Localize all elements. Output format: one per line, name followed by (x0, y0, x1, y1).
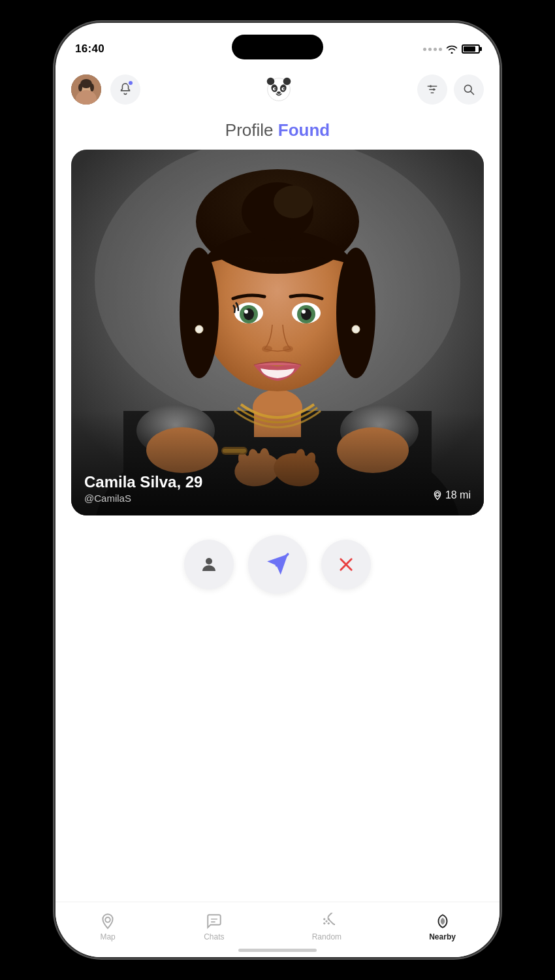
svg-point-43 (336, 248, 375, 378)
search-button[interactable] (454, 74, 484, 105)
search-icon (462, 83, 475, 96)
svg-point-45 (274, 186, 313, 218)
profile-name: Camila Silva, 29 (84, 473, 202, 491)
filter-button[interactable] (417, 74, 447, 105)
nav-item-chats[interactable]: Chats (193, 910, 234, 944)
user-avatar[interactable] (71, 74, 101, 105)
svg-point-14 (283, 88, 285, 90)
svg-point-4 (78, 84, 82, 91)
app-logo (262, 73, 295, 106)
battery-icon (462, 44, 480, 54)
close-button[interactable] (321, 540, 371, 589)
svg-point-72 (326, 920, 328, 922)
notification-button[interactable] (110, 74, 140, 105)
filter-icon (426, 83, 439, 96)
svg-point-8 (283, 78, 291, 86)
phone-frame: 16:40 (0, 0, 555, 980)
photo-overlay: Camila Silva, 29 @CamilaS 18 mi (71, 411, 484, 515)
section-title: Profile Found (56, 114, 500, 150)
nav-item-nearby[interactable]: Nearby (419, 910, 466, 944)
send-icon (265, 552, 290, 577)
profile-photo: Camila Silva, 29 @CamilaS 18 mi (71, 150, 484, 515)
svg-point-7 (267, 78, 275, 86)
status-icons (423, 44, 480, 54)
svg-point-70 (324, 923, 326, 924)
nav-item-random[interactable]: Random (302, 910, 352, 944)
view-profile-button[interactable] (184, 540, 234, 589)
header (56, 65, 500, 114)
svg-point-42 (180, 248, 219, 378)
header-left (71, 74, 140, 105)
svg-point-19 (430, 85, 432, 87)
nearby-nav-icon (434, 913, 451, 930)
home-indicator (238, 949, 317, 952)
nav-item-map[interactable]: Map (89, 910, 127, 944)
svg-point-56 (195, 325, 203, 333)
person-icon (199, 555, 219, 574)
svg-point-64 (105, 917, 110, 923)
profile-card[interactable]: Camila Silva, 29 @CamilaS 18 mi (71, 150, 484, 515)
status-time: 16:40 (75, 42, 104, 56)
section-title-accent: Found (278, 120, 330, 140)
close-icon (337, 555, 355, 574)
signal-icon (423, 48, 442, 51)
svg-line-22 (471, 91, 474, 95)
svg-point-15 (277, 91, 281, 94)
send-button[interactable] (248, 535, 307, 594)
svg-point-54 (262, 346, 272, 352)
svg-point-20 (433, 88, 435, 90)
header-right (417, 74, 484, 105)
svg-point-69 (328, 918, 330, 920)
svg-point-71 (328, 923, 330, 924)
random-nav-label: Random (312, 932, 341, 941)
svg-point-49 (244, 310, 248, 314)
wifi-icon (446, 44, 458, 54)
svg-point-13 (274, 88, 276, 90)
nearby-nav-label: Nearby (429, 932, 456, 941)
svg-point-60 (436, 493, 439, 496)
dynamic-island (232, 35, 323, 59)
section-title-normal: Profile (225, 120, 274, 140)
profile-distance: 18 mi (432, 489, 471, 501)
action-buttons (56, 515, 500, 613)
chats-nav-label: Chats (204, 932, 224, 941)
profile-username: @CamilaS (84, 493, 202, 504)
location-icon (432, 490, 443, 500)
notification-badge (127, 80, 134, 86)
svg-point-57 (352, 325, 360, 333)
chats-nav-icon (206, 913, 223, 930)
svg-point-68 (324, 918, 326, 920)
app-content: Profile Found (56, 65, 500, 957)
map-nav-label: Map (100, 932, 115, 941)
phone: 16:40 (56, 23, 500, 957)
svg-point-55 (283, 346, 293, 352)
svg-point-53 (302, 310, 306, 314)
svg-point-5 (90, 84, 94, 91)
map-nav-icon (99, 913, 116, 930)
random-nav-icon (318, 913, 335, 930)
svg-point-61 (206, 558, 212, 564)
